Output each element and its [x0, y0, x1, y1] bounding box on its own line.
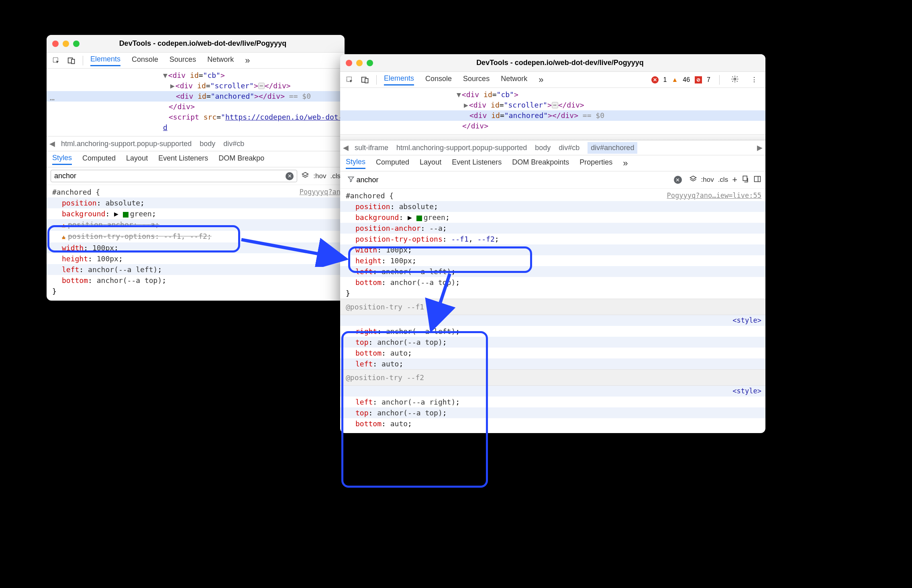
styles-panel[interactable]: Pogyyyq?ano…iew=live:55#anchored { posit… — [340, 189, 765, 433]
bc-item[interactable]: html.anchoring-support.popup-supported — [396, 144, 527, 152]
styles-panel[interactable]: Pogyyyq?an#anchored { position: absolute… — [47, 185, 345, 301]
filter-bar: ✕ :hov .cls + — [340, 171, 765, 189]
tab-elements[interactable]: Elements — [90, 55, 120, 66]
panel-icon[interactable] — [753, 175, 761, 185]
subtab-layout[interactable]: Layout — [126, 154, 148, 164]
source-link[interactable]: <style> — [732, 386, 765, 397]
minimize-dot[interactable] — [63, 41, 69, 47]
inspect-icon[interactable] — [52, 57, 60, 65]
traffic-lights — [346, 60, 373, 66]
tab-network[interactable]: Network — [501, 75, 527, 85]
bc-item[interactable]: div#anchored — [588, 142, 637, 154]
source-link[interactable]: Pogyyyq?ano…iew=live:55 — [667, 190, 765, 201]
svg-point-6 — [734, 78, 736, 80]
bc-item[interactable]: body — [535, 144, 551, 152]
tab-console[interactable]: Console — [132, 55, 158, 65]
stack-icon[interactable] — [301, 171, 309, 181]
breadcrumb: ◀ sult-iframe html.anchoring-support.pop… — [340, 140, 765, 155]
subtab-styles[interactable]: Styles — [52, 154, 72, 165]
bc-prev[interactable]: ◀ — [340, 143, 351, 152]
filter-box[interactable]: ✕ — [344, 174, 685, 186]
bc-prev[interactable]: ◀ — [47, 139, 58, 148]
bc-next[interactable]: ▶ — [754, 143, 765, 152]
cls-toggle[interactable]: .cls — [331, 172, 341, 180]
elements-panel[interactable]: ⋯ ▼<div id="cb"> ▶<div id="scroller">⋯</… — [47, 69, 345, 136]
bc-item-trunc[interactable]: sult-iframe — [355, 144, 388, 152]
clear-filter-icon[interactable]: ✕ — [674, 176, 682, 184]
panel-tabs: Elements Console Sources Network » — [384, 74, 644, 85]
title-bar: DevTools - codepen.io/web-dot-dev/live/P… — [340, 54, 765, 72]
subtab-el[interactable]: Event Listeners — [452, 158, 502, 168]
scrollbar[interactable] — [340, 134, 765, 140]
tab-console[interactable]: Console — [425, 75, 452, 85]
device-icon[interactable] — [361, 76, 369, 84]
source-link[interactable]: Pogyyyq?an — [300, 187, 345, 197]
filter-box[interactable]: ✕ — [51, 170, 297, 182]
window-title: DevTools - codepen.io/web-dot-dev/live/P… — [91, 39, 315, 48]
bc-item[interactable]: div#cb — [559, 144, 579, 152]
svg-rect-5 — [365, 78, 368, 83]
svg-rect-2 — [71, 59, 75, 63]
minimize-dot[interactable] — [356, 60, 363, 66]
subtab-el[interactable]: Event Listeners — [158, 154, 208, 164]
more-subtabs[interactable]: » — [623, 158, 628, 169]
panel-tabs: Elements Console Sources Network » — [90, 55, 339, 66]
subtab-props[interactable]: Properties — [579, 158, 612, 168]
subtab-styles[interactable]: Styles — [346, 158, 365, 169]
subtab-layout[interactable]: Layout — [420, 158, 441, 168]
zoom-dot[interactable] — [73, 41, 80, 47]
cls-toggle[interactable]: .cls — [718, 176, 728, 184]
bc-item[interactable]: html.anchoring-support.popup-supported — [61, 140, 192, 148]
filter-icon — [347, 175, 355, 184]
filter-input[interactable] — [356, 176, 673, 184]
zoom-dot[interactable] — [367, 60, 373, 66]
error-icon: ✕ — [651, 76, 659, 83]
subtab-computed[interactable]: Computed — [376, 158, 409, 168]
more-tabs[interactable]: » — [245, 55, 250, 66]
filter-bar: ✕ :hov .cls — [47, 167, 345, 185]
hov-toggle[interactable]: :hov — [701, 176, 714, 184]
more-tabs[interactable]: » — [539, 75, 543, 85]
toolbar: Elements Console Sources Network » — [47, 53, 345, 69]
inspect-icon[interactable] — [346, 76, 354, 84]
svg-rect-8 — [755, 176, 761, 181]
traffic-lights — [52, 41, 80, 47]
stack-icon[interactable] — [689, 175, 697, 185]
subtab-dbp[interactable]: DOM Breakpo — [218, 154, 264, 164]
styles-tabs: Styles Computed Layout Event Listeners D… — [47, 151, 345, 167]
tab-sources[interactable]: Sources — [169, 55, 196, 65]
copy-icon[interactable] — [741, 175, 749, 185]
elements-panel[interactable]: ▼<div id="cb"> ▶<div id="scroller">⋯</di… — [340, 88, 765, 134]
subtab-dbp[interactable]: DOM Breakpoints — [512, 158, 569, 168]
window-title: DevTools - codepen.io/web-dot-dev/live/P… — [384, 59, 736, 67]
styles-tabs: Styles Computed Layout Event Listeners D… — [340, 155, 765, 171]
tab-elements[interactable]: Elements — [384, 74, 414, 85]
close-dot[interactable] — [346, 60, 352, 66]
toolbar: Elements Console Sources Network » ✕1 ▲4… — [340, 72, 765, 88]
filter-input[interactable] — [54, 172, 286, 180]
warning-icon: ▲ — [671, 76, 678, 83]
info-icon: ⊘ — [695, 76, 702, 83]
title-bar: DevTools - codepen.io/web-dot-dev/live/P… — [47, 35, 345, 53]
device-icon[interactable] — [67, 57, 75, 65]
more-icon[interactable]: ⋮ — [749, 76, 760, 83]
issues[interactable]: ✕1 ▲46 ⊘7 — [651, 76, 710, 83]
hov-toggle[interactable]: :hov — [313, 172, 326, 180]
new-rule[interactable]: + — [732, 175, 737, 185]
tab-network[interactable]: Network — [207, 55, 234, 65]
tab-sources[interactable]: Sources — [463, 75, 490, 85]
subtab-computed[interactable]: Computed — [82, 154, 116, 164]
svg-rect-7 — [743, 176, 747, 181]
at-rule-header: @position-try --f1 — [340, 299, 765, 315]
close-dot[interactable] — [52, 41, 59, 47]
bc-item[interactable]: body — [200, 140, 215, 148]
clear-filter-icon[interactable]: ✕ — [286, 172, 294, 180]
breadcrumb: ◀ html.anchoring-support.popup-supported… — [47, 136, 345, 151]
more-col-icon[interactable]: ⋯ — [47, 93, 58, 106]
at-rule-header: @position-try --f2 — [340, 369, 765, 386]
settings-icon[interactable] — [728, 75, 741, 85]
source-link[interactable]: <style> — [732, 315, 765, 326]
bc-item[interactable]: div#cb — [223, 140, 244, 148]
